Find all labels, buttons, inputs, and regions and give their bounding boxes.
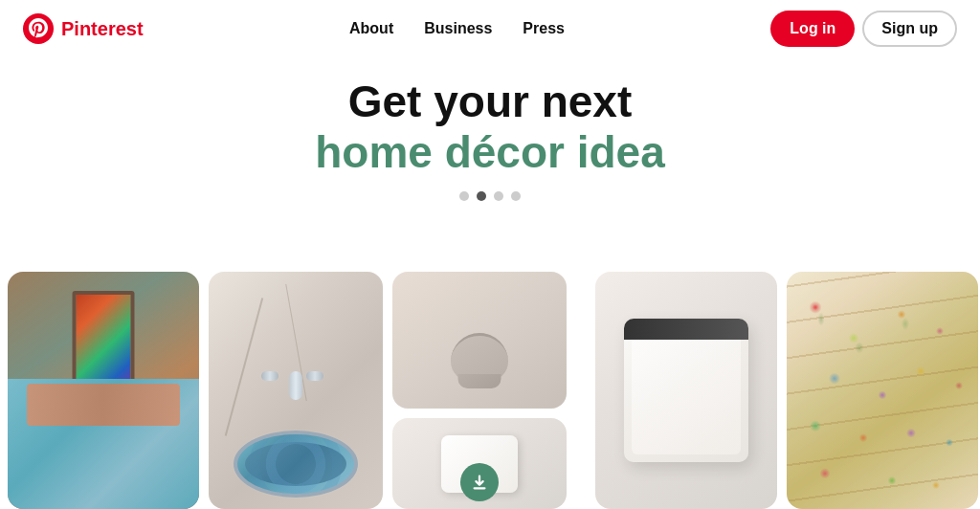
download-button[interactable] <box>460 463 499 501</box>
images-strip <box>0 272 980 509</box>
download-icon <box>471 474 488 491</box>
nav-press[interactable]: Press <box>511 12 576 45</box>
carousel-dots <box>0 191 980 201</box>
image-card-plant[interactable] <box>392 272 567 409</box>
dot-1[interactable] <box>459 191 469 201</box>
logo-text: Pinterest <box>61 18 144 40</box>
nav-business[interactable]: Business <box>412 12 503 45</box>
image-card-bathroom[interactable] <box>209 272 383 509</box>
hero-line1: Get your next <box>0 77 980 127</box>
image-card-tray[interactable] <box>595 272 777 509</box>
image-card-white-box[interactable] <box>392 418 567 509</box>
dot-2[interactable] <box>477 191 486 201</box>
nav-buttons: Log in Sign up <box>770 11 957 47</box>
image-card-center-column <box>392 272 567 509</box>
logo[interactable]: Pinterest <box>23 13 144 44</box>
image-card-bedroom[interactable] <box>8 272 199 509</box>
image-card-stairs[interactable] <box>787 272 978 509</box>
hero-section: Get your next home décor idea <box>0 57 980 216</box>
nav-links: About Business Press <box>338 12 576 45</box>
pinterest-logo-icon <box>23 13 54 44</box>
nav-about[interactable]: About <box>338 12 405 45</box>
navbar: Pinterest About Business Press Log in Si… <box>0 0 980 57</box>
dot-3[interactable] <box>494 191 503 201</box>
signup-button[interactable]: Sign up <box>862 11 957 47</box>
hero-line2: home décor idea <box>0 127 980 178</box>
login-button[interactable]: Log in <box>770 11 855 47</box>
dot-4[interactable] <box>511 191 521 201</box>
